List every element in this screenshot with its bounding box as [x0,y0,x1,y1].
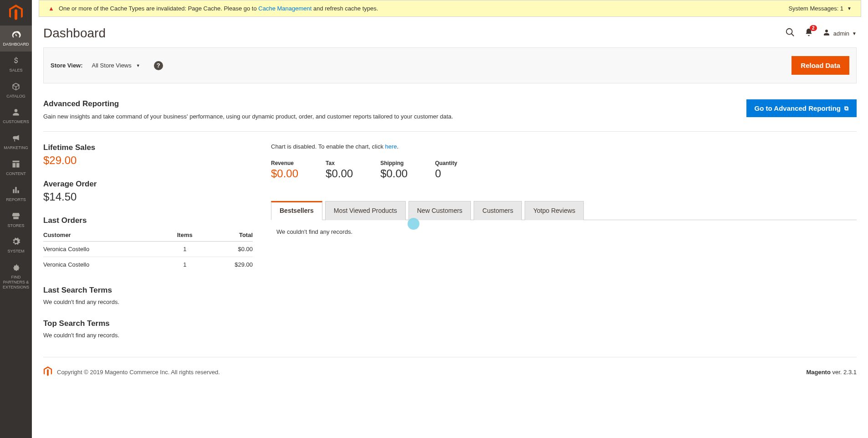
last-search-empty: We couldn't find any records. [43,299,253,305]
sidebar-item-dashboard[interactable]: DASHBOARD [0,26,32,52]
dollar-icon [11,56,20,66]
tab-yotpo-reviews[interactable]: Yotpo Reviews [525,201,584,220]
external-link-icon: ⧉ [844,105,848,112]
svg-line-1 [791,33,794,36]
tab-bestsellers[interactable]: Bestsellers [271,201,322,220]
chevron-down-icon: ▼ [847,6,852,11]
svg-point-0 [786,28,792,34]
sidebar-item-partners[interactable]: FIND PARTNERS & EXTENSIONS [0,258,32,294]
average-order-label: Average Order [43,180,253,189]
store-view-select[interactable]: All Store Views ▼ [92,62,140,69]
sidebar-item-customers[interactable]: CUSTOMERS [0,103,32,129]
sidebar-label: MARKETING [4,145,28,150]
sidebar-label: STORES [8,223,25,228]
sidebar-label: REPORTS [6,197,26,202]
sidebar-label: SALES [9,68,22,73]
enable-chart-link[interactable]: here [385,143,397,150]
average-order-value: $14.50 [43,191,253,203]
tab-empty-message: We couldn't find any records. [276,228,352,235]
notification-badge: 2 [810,25,817,31]
table-row[interactable]: Veronica Costello 1 $0.00 [43,242,253,257]
admin-user-menu[interactable]: admin ▼ [822,28,857,39]
sidebar-item-sales[interactable]: SALES [0,52,32,77]
search-icon [785,27,795,37]
tab-content: We couldn't find any records. [271,220,857,243]
reload-data-button[interactable]: Reload Data [791,56,849,75]
admin-sidebar: DASHBOARD SALES CATALOG CUSTOMERS MARKET… [0,0,32,387]
last-orders-table: Customer Items Total Veronica Costello 1… [43,229,253,272]
col-total: Total [205,229,253,242]
footer-version: Magento ver. 2.3.1 [806,369,857,376]
sidebar-item-marketing[interactable]: MARKETING [0,129,32,155]
system-messages-count[interactable]: System Messages: 1 ▼ [788,5,852,12]
user-icon [822,28,831,39]
sidebar-item-stores[interactable]: STORES [0,207,32,233]
total-shipping: Shipping $0.00 [380,160,408,180]
go-to-advanced-reporting-button[interactable]: Go to Advanced Reporting ⧉ [746,99,857,117]
total-revenue: Revenue $0.00 [271,160,298,180]
last-search-title: Last Search Terms [43,286,253,295]
sidebar-label: DASHBOARD [3,42,29,47]
search-button[interactable] [785,27,795,40]
totals-row: Revenue $0.00 Tax $0.00 Shipping $0.00 Q… [271,160,857,180]
sidebar-label: CUSTOMERS [3,119,29,124]
top-search-empty: We couldn't find any records. [43,332,253,339]
cache-management-link[interactable]: Cache Management [258,5,311,12]
sidebar-label: CATALOG [6,94,26,99]
megaphone-icon [11,134,20,144]
person-icon [11,108,20,118]
admin-username: admin [833,30,849,37]
advanced-reporting-section: Advanced Reporting Gain new insights and… [43,99,857,132]
sidebar-item-reports[interactable]: REPORTS [0,181,32,207]
sidebar-label: FIND PARTNERS & EXTENSIONS [2,275,30,289]
advanced-reporting-desc: Gain new insights and take command of yo… [43,113,746,120]
lifetime-sales-value: $29.00 [43,154,253,167]
footer-logo-icon [43,366,52,378]
store-view-row: Store View: All Store Views ▼ ? Reload D… [43,47,857,83]
dashboard-icon [11,30,21,40]
tab-new-customers[interactable]: New Customers [408,201,471,220]
system-message-text: One or more of the Cache Types are inval… [59,5,378,12]
sidebar-label: CONTENT [6,171,26,176]
bars-icon [11,186,20,196]
store-view-label: Store View: [51,62,83,69]
lifetime-sales-block: Lifetime Sales $29.00 [43,143,253,167]
col-items: Items [164,229,205,242]
top-search-title: Top Search Terms [43,319,253,328]
sidebar-item-catalog[interactable]: CATALOG [0,77,32,103]
chevron-down-icon: ▼ [852,31,857,36]
warning-icon: ▲ [48,5,54,12]
chevron-down-icon: ▼ [136,63,140,68]
sidebar-label: SYSTEM [7,249,24,254]
puzzle-icon [11,263,20,273]
tab-customers[interactable]: Customers [474,201,522,220]
gear-icon [11,237,20,247]
page-footer: Copyright © 2019 Magento Commerce Inc. A… [43,357,857,387]
notifications-button[interactable]: 2 [804,28,813,39]
col-customer: Customer [43,229,164,242]
page-header: Dashboard 2 admin ▼ [32,17,868,47]
last-orders-title: Last Orders [43,216,253,225]
help-icon[interactable]: ? [154,61,163,70]
sidebar-item-content[interactable]: CONTENT [0,155,32,181]
system-messages-bar: ▲ One or more of the Cache Types are inv… [39,0,861,17]
layout-icon [11,160,20,170]
dashboard-tabs: Bestsellers Most Viewed Products New Cus… [271,201,857,220]
average-order-block: Average Order $14.50 [43,180,253,203]
sidebar-item-system[interactable]: SYSTEM [0,232,32,258]
total-quantity: Quantity 0 [435,160,457,180]
chart-disabled-message: Chart is disabled. To enable the chart, … [271,143,857,150]
lifetime-sales-label: Lifetime Sales [43,143,253,152]
advanced-reporting-title: Advanced Reporting [43,99,746,108]
footer-copyright: Copyright © 2019 Magento Commerce Inc. A… [57,369,220,376]
cube-icon [11,82,20,92]
table-row[interactable]: Veronica Costello 1 $29.00 [43,257,253,273]
storefront-icon [11,211,20,222]
magento-logo[interactable] [0,0,32,26]
tab-most-viewed[interactable]: Most Viewed Products [325,201,406,220]
page-title: Dashboard [43,26,106,41]
total-tax: Tax $0.00 [326,160,353,180]
